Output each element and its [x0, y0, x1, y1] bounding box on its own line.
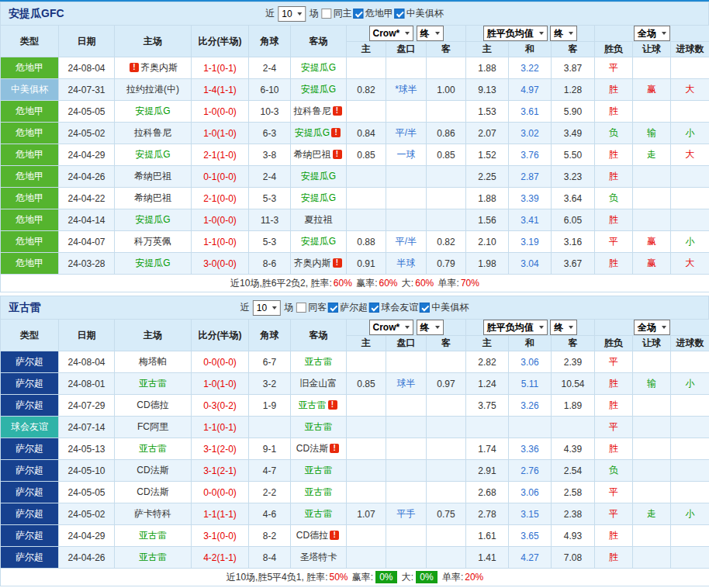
- result-cell: 胜: [595, 373, 633, 395]
- col-type: 类型: [1, 320, 59, 351]
- odds-home-cell: 1.07: [347, 503, 386, 525]
- score-cell: 4-2(1-1): [192, 547, 249, 569]
- team-name: 希纳巴祖: [134, 171, 171, 182]
- checkbox-icon[interactable]: [354, 9, 364, 19]
- chevron-down-icon: [435, 326, 440, 329]
- scope-select[interactable]: 全场: [634, 26, 670, 41]
- checkbox-icon[interactable]: [328, 303, 338, 313]
- away-team-cell: 亚古雷: [291, 351, 347, 373]
- team-name: 亚古雷: [299, 399, 327, 410]
- odds-source-select[interactable]: Crow*: [369, 320, 414, 335]
- match-row: 危地甲24-04-07科万英佩1-1(0-0)5-3安提瓜G0.88平/半0.8…: [1, 231, 709, 253]
- col-let: 让球: [633, 42, 671, 57]
- avg-final-value: 终: [554, 27, 563, 40]
- home-team-cell: CD德拉: [115, 395, 192, 417]
- score-cell: 1-1(0-0): [192, 231, 249, 253]
- summary-text: 60%: [415, 278, 434, 289]
- odds-home-cell: [347, 525, 386, 547]
- checkbox-label: 中美俱杯: [431, 301, 469, 314]
- handicap-cell: [386, 482, 427, 503]
- avg-select[interactable]: 胜平负均值: [483, 26, 548, 41]
- odds-home-cell: [347, 547, 386, 569]
- filter-checkbox-group: 同客萨尔超球会友谊中美俱杯: [296, 301, 469, 314]
- goals-result-cell: 小: [671, 373, 709, 395]
- checkbox-icon[interactable]: [420, 303, 430, 313]
- date-cell: 24-05-05: [59, 101, 115, 123]
- corner-cell: 2-4: [249, 166, 291, 188]
- avg-away-cell: 4.93: [552, 525, 595, 547]
- filter-checkbox[interactable]: 球会友谊: [369, 301, 418, 314]
- scope-select[interactable]: 全场: [634, 320, 670, 335]
- avg-home-cell: 1.61: [466, 525, 509, 547]
- handicap-result-cell: [633, 188, 671, 209]
- summary-text: 近10场,胜6平2负2, 胜率:: [230, 278, 332, 289]
- away-team-cell: 安提瓜G: [291, 57, 347, 79]
- odds-home-cell: [347, 482, 386, 503]
- filter-checkbox[interactable]: 危地甲: [354, 7, 393, 20]
- filter-checkbox[interactable]: 同客: [296, 301, 327, 314]
- odds-source-select[interactable]: Crow*: [369, 26, 414, 41]
- team-name: 安提瓜G: [301, 84, 336, 95]
- team-name: 希纳巴祖: [294, 149, 331, 160]
- team-name: 安提瓜G: [135, 214, 170, 225]
- handicap-result-cell: [633, 351, 671, 373]
- away-team-cell: 亚古雷: [291, 460, 347, 482]
- avg-away-cell: 2.54: [552, 460, 595, 482]
- avg-away-cell: 5.90: [552, 101, 595, 123]
- odds-home-cell: [347, 460, 386, 482]
- odds-home-cell: [347, 57, 386, 79]
- match-row: 萨尔超24-04-26亚古雷4-2(1-1)8-4圣塔特卡1.414.277.0…: [1, 547, 709, 569]
- odds-final-select[interactable]: 终: [417, 26, 444, 41]
- league-cell: 危地甲: [1, 188, 59, 209]
- summary-text: 50%: [329, 572, 348, 583]
- home-team-cell: 拉科鲁尼: [115, 123, 192, 144]
- handicap-cell: 球半: [386, 373, 427, 395]
- col-avg-away: 客: [552, 42, 595, 57]
- team-name: 圣塔特卡: [300, 552, 337, 562]
- team-name: 安提瓜G: [135, 105, 170, 116]
- team-name: 齐奥内斯: [294, 258, 331, 268]
- score-cell: 1-0(0-0): [192, 101, 249, 123]
- handicap-result-cell: [633, 460, 671, 482]
- team-name: 亚古雷: [305, 356, 333, 367]
- avg-away-cell: [552, 417, 595, 438]
- corner-cell: 2-2: [249, 482, 291, 503]
- score-cell: 3-1(2-0): [192, 438, 249, 460]
- league-cell: 萨尔超: [1, 373, 59, 395]
- handicap-result-cell: 走: [633, 144, 671, 166]
- filter-checkbox[interactable]: 萨尔超: [328, 301, 368, 314]
- avg-home-cell: 2.78: [466, 503, 509, 525]
- score-cell: 0-1(0-0): [192, 166, 249, 188]
- summary-text: 单率:: [440, 572, 464, 583]
- match-count-select[interactable]: 10: [278, 6, 306, 22]
- checkbox-icon[interactable]: [296, 303, 306, 313]
- checkbox-icon[interactable]: [395, 9, 405, 19]
- match-count-select[interactable]: 10: [253, 300, 281, 316]
- alert-icon: !: [331, 128, 341, 137]
- odds-final-value: 终: [420, 27, 430, 40]
- goals-result-cell: [671, 547, 709, 569]
- filter-checkbox[interactable]: 同主: [322, 7, 352, 20]
- filter-checkbox[interactable]: 中美俱杯: [420, 301, 469, 314]
- avg-select[interactable]: 胜平负均值: [483, 320, 548, 335]
- corner-cell: 3-2: [249, 373, 291, 395]
- col-corner: 角球: [249, 320, 291, 351]
- league-cell: 危地甲: [1, 209, 59, 231]
- filter-checkbox[interactable]: 中美俱杯: [395, 7, 444, 20]
- avg-final-select[interactable]: 终: [550, 26, 577, 41]
- avg-final-select[interactable]: 终: [550, 320, 577, 335]
- checkbox-icon[interactable]: [369, 303, 379, 313]
- date-cell: 24-04-26: [59, 547, 115, 569]
- corner-cell: 8-2: [249, 525, 291, 547]
- handicap-cell: 半球: [386, 253, 427, 275]
- filter-bar: 近 10 场 同客萨尔超球会友谊中美俱杯: [240, 300, 469, 316]
- away-team-cell: CD法斯!: [291, 438, 347, 460]
- goals-result-cell: 大: [671, 253, 709, 275]
- odds-final-select[interactable]: 终: [417, 320, 444, 335]
- odds-away-cell: [427, 188, 466, 209]
- checkbox-icon[interactable]: [322, 9, 332, 19]
- team-name: 希纳巴祖: [134, 192, 171, 203]
- avg-home-cell: 1.56: [466, 209, 509, 231]
- odds-home-cell: [347, 395, 386, 417]
- goals-result-cell: [671, 395, 709, 417]
